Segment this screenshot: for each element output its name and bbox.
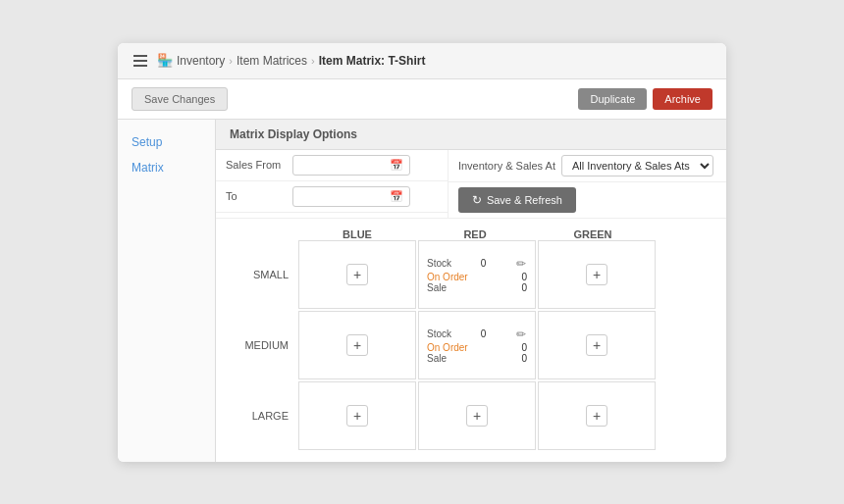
cell-large-red: + [418, 381, 536, 450]
sale-value-small-red: 0 [521, 282, 527, 293]
matrix-grid: BLUE RED GREEN SMALL + Stock 0 [216, 219, 726, 462]
stock-value-small-red: 0 [481, 258, 487, 269]
stock-label-small-red: Stock [427, 258, 451, 269]
inventory-sales-row: Inventory & Sales At All Inventory & Sal… [448, 150, 726, 182]
cell-medium-red-onorder-row: On Order 0 [427, 342, 527, 353]
cell-small-red: Stock 0 ✏ On Order 0 Sale 0 [418, 240, 536, 309]
cell-small-blue: + [298, 240, 416, 309]
cell-large-green: + [538, 381, 656, 450]
sale-label-medium-red: Sale [427, 353, 447, 364]
cell-medium-red: Stock 0 ✏ On Order 0 Sale 0 [418, 311, 536, 379]
grid-column-headers: BLUE RED GREEN [298, 228, 712, 240]
duplicate-button[interactable]: Duplicate [578, 88, 647, 110]
sidebar: Setup Matrix [118, 120, 216, 462]
add-button-medium-blue[interactable]: + [346, 334, 368, 356]
calendar-icon: 📅 [390, 159, 403, 172]
matrix-row-small: SMALL + Stock 0 ✏ On Order [230, 240, 712, 309]
to-row: To 📅 [216, 181, 448, 213]
sales-from-row: Sales From 📅 [216, 150, 448, 181]
sidebar-item-setup[interactable]: Setup [118, 129, 215, 155]
cell-medium-red-sale-row: Sale 0 [427, 353, 527, 364]
sales-from-label: Sales From [226, 159, 285, 171]
action-buttons: Duplicate Archive [578, 88, 712, 110]
onorder-value-medium-red: 0 [521, 342, 527, 353]
cell-medium-red-stock-row: Stock 0 ✏ [427, 327, 527, 342]
hamburger-icon[interactable] [132, 53, 149, 69]
to-label: To [226, 190, 285, 202]
onorder-value-small-red: 0 [521, 272, 527, 282]
matrix-row-medium: MEDIUM + Stock 0 ✏ On Order [230, 311, 712, 379]
stock-value-medium-red: 0 [481, 328, 487, 339]
edit-button-small-red[interactable]: ✏ [515, 256, 527, 272]
stock-label-medium-red: Stock [427, 328, 451, 339]
inventory-sales-label: Inventory & Sales At [458, 160, 555, 172]
cell-small-red-sale-row: Sale 0 [427, 282, 527, 293]
add-button-large-green[interactable]: + [586, 405, 607, 427]
col-header-green: GREEN [534, 228, 652, 240]
to-input-wrap: 📅 [292, 186, 410, 207]
main-panel: Matrix Display Options Sales From 📅 To [216, 120, 726, 462]
cell-medium-blue: + [298, 311, 416, 379]
form-right: Inventory & Sales At All Inventory & Sal… [448, 150, 726, 218]
save-refresh-row: ↻ Save & Refresh [448, 182, 726, 218]
breadcrumb-sep-2: › [311, 55, 315, 67]
sale-label-small-red: Sale [427, 282, 447, 293]
row-label-large: LARGE [230, 410, 298, 422]
onorder-label-medium-red: On Order [427, 342, 468, 353]
add-button-large-red[interactable]: + [466, 405, 488, 427]
add-button-small-blue[interactable]: + [346, 264, 368, 285]
sidebar-item-matrix[interactable]: Matrix [118, 155, 215, 180]
col-header-red: RED [416, 228, 534, 240]
save-refresh-label: Save & Refresh [487, 194, 562, 206]
sales-from-input-wrap: 📅 [292, 155, 410, 176]
sales-from-input[interactable] [299, 159, 386, 171]
col-header-blue: BLUE [298, 228, 416, 240]
form-left: Sales From 📅 To 📅 [216, 150, 448, 218]
breadcrumb: 🏪 Inventory › Item Matrices › Item Matri… [157, 53, 425, 68]
cell-medium-green: + [538, 311, 656, 379]
cell-small-red-stock-row: Stock 0 ✏ [427, 256, 527, 272]
breadcrumb-current: Item Matrix: T-Shirt [319, 54, 426, 68]
add-button-small-green[interactable]: + [586, 264, 607, 285]
cell-large-blue: + [298, 381, 416, 450]
save-refresh-button[interactable]: ↻ Save & Refresh [458, 187, 576, 213]
content-area: Setup Matrix Matrix Display Options Sale… [118, 120, 726, 462]
breadcrumb-sep-1: › [229, 55, 233, 67]
inventory-sales-select[interactable]: All Inventory & Sales Ats [561, 155, 713, 176]
form-area: Sales From 📅 To 📅 [216, 150, 726, 219]
cell-small-green: + [538, 240, 656, 309]
add-button-medium-green[interactable]: + [586, 334, 607, 356]
edit-button-medium-red[interactable]: ✏ [515, 327, 527, 342]
save-changes-button[interactable]: Save Changes [132, 87, 228, 111]
cell-small-red-onorder-row: On Order 0 [427, 272, 527, 282]
section-header: Matrix Display Options [216, 120, 726, 150]
calendar-icon-2: 📅 [390, 190, 403, 203]
row-label-medium: MEDIUM [230, 339, 298, 351]
title-bar: 🏪 Inventory › Item Matrices › Item Matri… [118, 43, 726, 79]
sale-value-medium-red: 0 [521, 353, 527, 364]
nav-store-icon: 🏪 [157, 53, 173, 68]
toolbar: Save Changes Duplicate Archive [118, 79, 726, 120]
row-label-small: SMALL [230, 269, 298, 280]
to-input[interactable] [299, 190, 386, 202]
add-button-large-blue[interactable]: + [346, 405, 368, 427]
archive-button[interactable]: Archive [653, 88, 712, 110]
matrix-row-large: LARGE + + + [230, 381, 712, 450]
onorder-label-small-red: On Order [427, 272, 468, 282]
breadcrumb-item-matrices[interactable]: Item Matrices [237, 54, 307, 68]
breadcrumb-inventory[interactable]: Inventory [177, 54, 225, 68]
refresh-icon: ↻ [472, 193, 482, 207]
